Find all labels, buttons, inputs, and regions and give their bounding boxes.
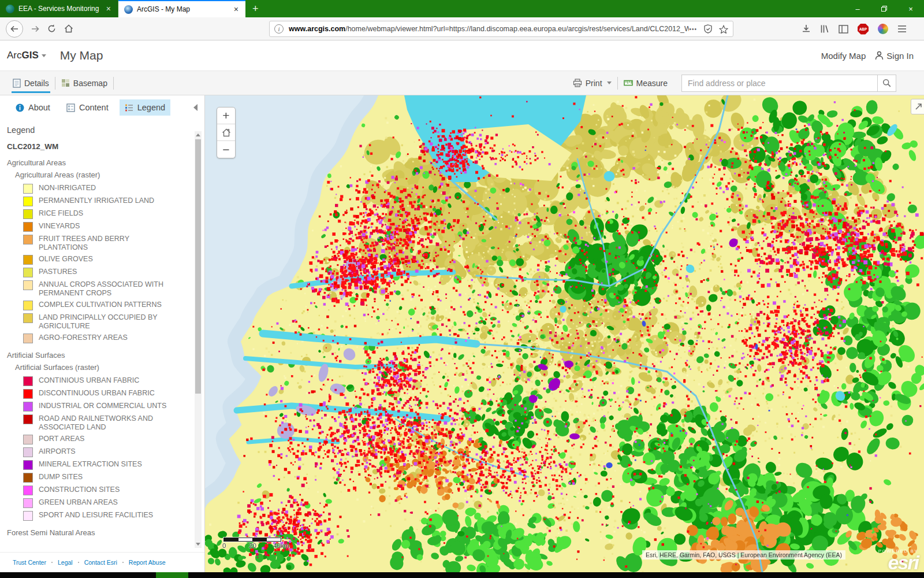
scrollbar-thumb[interactable] <box>195 139 201 394</box>
menu-hamburger-icon[interactable] <box>897 25 907 33</box>
scale-bar: 0 20 40km <box>223 538 293 550</box>
open-in-new-button[interactable] <box>911 99 924 114</box>
tab-content-label: Content <box>79 103 109 112</box>
tab-about[interactable]: About <box>10 99 55 116</box>
legend-item: LAND PRINCIPALLY OCCUPIED BY AGRICULTURE <box>23 313 194 331</box>
minimize-button[interactable]: – <box>844 0 871 17</box>
land-cover-map[interactable] <box>205 95 924 572</box>
measure-button[interactable]: Measure <box>618 71 673 95</box>
chevron-down-icon <box>607 81 612 84</box>
legend-swatch <box>23 414 33 424</box>
content-layers-icon <box>66 103 75 112</box>
legend-panel: CLC2012_WM Agricultural AreasAgricultura… <box>0 139 194 552</box>
legend-subgroup-title: Agricultural Areas (raster) <box>15 171 194 179</box>
tab-content[interactable]: Content <box>61 99 114 116</box>
legend-item-label: DISCONTINUOUS URBAN FABRIC <box>39 389 178 398</box>
legend-item: CONSTRUCTION SITES <box>23 486 194 495</box>
legend-item-label: GREEN URBAN AREAS <box>39 498 178 507</box>
downloads-icon[interactable] <box>802 24 811 34</box>
tab-close-icon[interactable]: × <box>233 5 240 13</box>
legend-item-label: DUMP SITES <box>39 473 178 481</box>
legend-item: PASTURES <box>23 268 194 277</box>
zoom-control: + − <box>217 107 236 158</box>
legend-item-label: INDUSTRIAL OR COMMERCIAL UNTS <box>39 402 178 410</box>
url-text[interactable]: www.arcgis.com/home/webmap/viewer.html?u… <box>289 25 689 33</box>
details-sidebar: About Content Legend <box>0 95 205 572</box>
footer-link[interactable]: Contact Esri <box>84 559 117 566</box>
legend-item-label: CONSTRUCTION SITES <box>39 486 178 494</box>
adblock-plus-icon[interactable]: ABP <box>858 24 869 35</box>
tab-legend[interactable]: Legend <box>120 99 170 116</box>
map-viewport[interactable]: + − <box>205 95 924 572</box>
basemap-button[interactable]: Basemap <box>55 71 113 95</box>
legend-item: DISCONTINUOUS URBAN FABRIC <box>23 389 194 399</box>
legend-item-label: VINEYARDS <box>39 222 178 231</box>
url-bar[interactable]: i www.arcgis.com/home/webmap/viewer.html… <box>269 21 733 37</box>
arcgis-favicon-icon <box>124 5 133 14</box>
search-input[interactable] <box>682 79 877 88</box>
home-extent-button[interactable] <box>217 124 235 141</box>
sidebars-icon[interactable] <box>839 25 848 34</box>
page-actions-icon[interactable]: ••• <box>689 26 697 32</box>
legend-swatch <box>23 235 33 244</box>
print-button[interactable]: Print <box>567 71 617 95</box>
arcgis-header: ArcGIS My Map Modify Map Sign In <box>0 40 924 71</box>
legend-group-title: Artificial Surfaces <box>7 351 194 360</box>
legend-swatch <box>23 197 33 206</box>
legend-item-label: OLIVE GROVES <box>39 255 178 264</box>
back-button[interactable] <box>6 20 23 38</box>
restore-button[interactable] <box>871 0 897 17</box>
arcgis-brand-menu[interactable]: ArcGIS <box>7 50 46 61</box>
search-button[interactable] <box>877 75 896 91</box>
eea-favicon-icon <box>6 5 14 13</box>
browser-window: EEA - Services Monitoring × ArcGIS - My … <box>0 0 924 578</box>
tab-title: EEA - Services Monitoring <box>18 5 101 13</box>
legend-group-title: Forest Semi Natural Areas <box>7 528 194 537</box>
legend-item-label: FRUIT TREES AND BERRY PLANTATIONS <box>39 235 178 252</box>
search-icon <box>882 79 891 87</box>
new-tab-button[interactable]: + <box>245 0 266 17</box>
footer-link[interactable]: Trust Center <box>13 559 46 566</box>
tracking-shield-icon[interactable] <box>704 24 712 34</box>
basemap-grid-icon <box>61 79 70 87</box>
legend-item: NON-IRRIGATED <box>23 184 194 194</box>
legend-swatch <box>23 184 33 194</box>
browser-tab-arcgis[interactable]: ArcGIS - My Map × <box>118 0 245 17</box>
footer-link[interactable]: Report Abuse <box>129 559 166 566</box>
sidebar-scrollbar[interactable] <box>195 131 202 548</box>
forward-arrow-icon <box>31 25 39 32</box>
legend-item-label: LAND PRINCIPALLY OCCUPIED BY AGRICULTURE <box>39 313 178 331</box>
site-info-icon[interactable]: i <box>274 24 284 34</box>
library-icon[interactable] <box>820 24 829 34</box>
tab-close-icon[interactable]: × <box>105 5 112 13</box>
zoom-out-button[interactable]: − <box>217 141 235 158</box>
collapse-panel-icon[interactable] <box>193 104 198 111</box>
search-box <box>681 75 896 92</box>
legend-item: FRUIT TREES AND BERRY PLANTATIONS <box>23 235 194 252</box>
legend-item: GREEN URBAN AREAS <box>23 498 194 508</box>
extension-globe-icon[interactable] <box>878 24 888 34</box>
scroll-up-icon[interactable] <box>195 131 202 139</box>
close-window-button[interactable]: × <box>897 0 924 17</box>
details-button[interactable]: Details <box>7 71 55 95</box>
home-button[interactable] <box>64 24 73 33</box>
footer-link-separator <box>51 562 53 563</box>
forward-button[interactable] <box>31 25 39 32</box>
legend-swatch <box>23 301 33 310</box>
bookmark-star-icon[interactable] <box>719 25 728 34</box>
legend-swatch <box>23 435 33 444</box>
legend-group-title: Agricultural Areas <box>7 158 194 167</box>
person-icon <box>875 51 884 60</box>
browser-tab-eea[interactable]: EEA - Services Monitoring × <box>0 0 118 17</box>
legend-item: DUMP SITES <box>23 473 194 483</box>
brand-text-bold: GIS <box>22 50 39 61</box>
modify-map-link[interactable]: Modify Map <box>821 51 866 61</box>
scroll-down-icon[interactable] <box>195 540 202 548</box>
footer-link[interactable]: Legal <box>58 559 73 566</box>
sign-in-link[interactable]: Sign In <box>875 51 914 61</box>
legend-swatch <box>23 402 33 412</box>
legend-swatch <box>23 313 33 323</box>
reload-button[interactable] <box>47 24 56 33</box>
window-controls: – × <box>844 0 924 17</box>
zoom-in-button[interactable]: + <box>217 108 235 124</box>
